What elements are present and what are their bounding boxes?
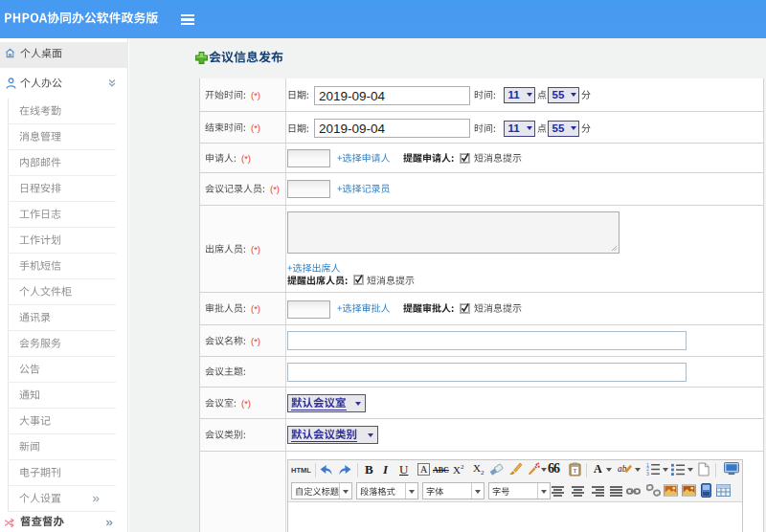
svg-text:3: 3 (646, 471, 649, 476)
svg-text:T: T (574, 467, 577, 474)
svg-text:ab: ab (618, 464, 627, 474)
